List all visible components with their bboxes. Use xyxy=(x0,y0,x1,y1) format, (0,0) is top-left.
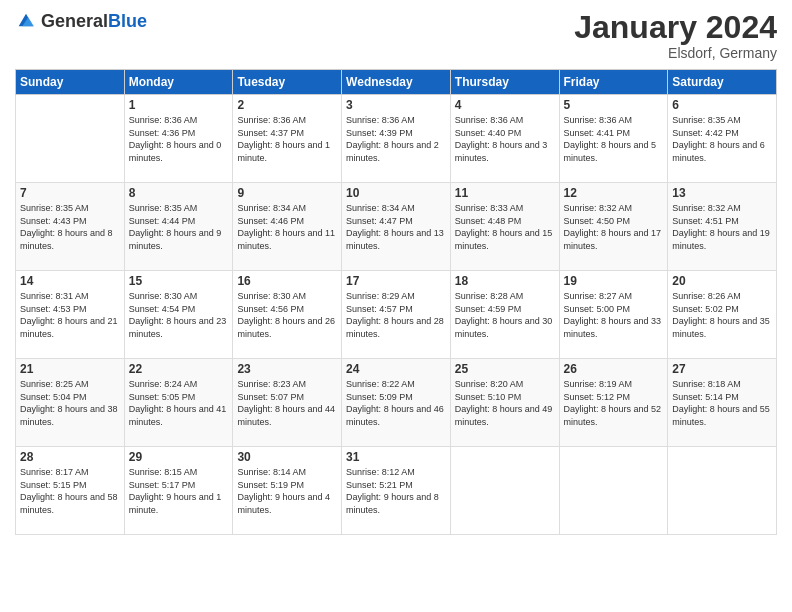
sunrise-time: Sunrise: 8:25 AM xyxy=(20,379,89,389)
daylight-hours: Daylight: 9 hours and 8 minutes. xyxy=(346,492,439,515)
day-info: Sunrise: 8:36 AM Sunset: 4:36 PM Dayligh… xyxy=(129,114,229,164)
logo-icon xyxy=(15,10,37,32)
daylight-hours: Daylight: 8 hours and 26 minutes. xyxy=(237,316,335,339)
day-number: 28 xyxy=(20,450,120,464)
daylight-hours: Daylight: 8 hours and 28 minutes. xyxy=(346,316,444,339)
sunrise-time: Sunrise: 8:36 AM xyxy=(455,115,524,125)
sunset-time: Sunset: 4:42 PM xyxy=(672,128,739,138)
table-row: 26 Sunrise: 8:19 AM Sunset: 5:12 PM Dayl… xyxy=(559,359,668,447)
day-info: Sunrise: 8:12 AM Sunset: 5:21 PM Dayligh… xyxy=(346,466,446,516)
sunrise-time: Sunrise: 8:32 AM xyxy=(564,203,633,213)
daylight-hours: Daylight: 9 hours and 4 minutes. xyxy=(237,492,330,515)
sunset-time: Sunset: 4:54 PM xyxy=(129,304,196,314)
sunrise-time: Sunrise: 8:30 AM xyxy=(129,291,198,301)
daylight-hours: Daylight: 8 hours and 3 minutes. xyxy=(455,140,548,163)
table-row: 16 Sunrise: 8:30 AM Sunset: 4:56 PM Dayl… xyxy=(233,271,342,359)
week-row-0: 1 Sunrise: 8:36 AM Sunset: 4:36 PM Dayli… xyxy=(16,95,777,183)
sunset-time: Sunset: 5:04 PM xyxy=(20,392,87,402)
table-row: 10 Sunrise: 8:34 AM Sunset: 4:47 PM Dayl… xyxy=(342,183,451,271)
day-number: 15 xyxy=(129,274,229,288)
sunset-time: Sunset: 4:51 PM xyxy=(672,216,739,226)
sunrise-time: Sunrise: 8:35 AM xyxy=(129,203,198,213)
day-info: Sunrise: 8:29 AM Sunset: 4:57 PM Dayligh… xyxy=(346,290,446,340)
table-row: 11 Sunrise: 8:33 AM Sunset: 4:48 PM Dayl… xyxy=(450,183,559,271)
sunset-time: Sunset: 4:43 PM xyxy=(20,216,87,226)
sunset-time: Sunset: 5:15 PM xyxy=(20,480,87,490)
table-row xyxy=(559,447,668,535)
table-row: 2 Sunrise: 8:36 AM Sunset: 4:37 PM Dayli… xyxy=(233,95,342,183)
daylight-hours: Daylight: 8 hours and 6 minutes. xyxy=(672,140,765,163)
logo-text-general: General xyxy=(41,11,108,31)
location: Elsdorf, Germany xyxy=(574,45,777,61)
sunset-time: Sunset: 5:02 PM xyxy=(672,304,739,314)
sunset-time: Sunset: 5:09 PM xyxy=(346,392,413,402)
sunrise-time: Sunrise: 8:17 AM xyxy=(20,467,89,477)
daylight-hours: Daylight: 8 hours and 49 minutes. xyxy=(455,404,553,427)
table-row: 15 Sunrise: 8:30 AM Sunset: 4:54 PM Dayl… xyxy=(124,271,233,359)
day-info: Sunrise: 8:34 AM Sunset: 4:46 PM Dayligh… xyxy=(237,202,337,252)
day-number: 5 xyxy=(564,98,664,112)
sunrise-time: Sunrise: 8:31 AM xyxy=(20,291,89,301)
day-info: Sunrise: 8:33 AM Sunset: 4:48 PM Dayligh… xyxy=(455,202,555,252)
table-row: 3 Sunrise: 8:36 AM Sunset: 4:39 PM Dayli… xyxy=(342,95,451,183)
logo: GeneralBlue xyxy=(15,10,147,32)
table-row: 31 Sunrise: 8:12 AM Sunset: 5:21 PM Dayl… xyxy=(342,447,451,535)
day-number: 9 xyxy=(237,186,337,200)
table-row: 27 Sunrise: 8:18 AM Sunset: 5:14 PM Dayl… xyxy=(668,359,777,447)
day-info: Sunrise: 8:36 AM Sunset: 4:41 PM Dayligh… xyxy=(564,114,664,164)
day-info: Sunrise: 8:36 AM Sunset: 4:39 PM Dayligh… xyxy=(346,114,446,164)
calendar-page: GeneralBlue January 2024 Elsdorf, German… xyxy=(0,0,792,612)
sunset-time: Sunset: 5:00 PM xyxy=(564,304,631,314)
calendar-header-row: Sunday Monday Tuesday Wednesday Thursday… xyxy=(16,70,777,95)
day-number: 31 xyxy=(346,450,446,464)
daylight-hours: Daylight: 8 hours and 15 minutes. xyxy=(455,228,553,251)
table-row: 8 Sunrise: 8:35 AM Sunset: 4:44 PM Dayli… xyxy=(124,183,233,271)
title-block: January 2024 Elsdorf, Germany xyxy=(574,10,777,61)
day-number: 1 xyxy=(129,98,229,112)
sunset-time: Sunset: 5:05 PM xyxy=(129,392,196,402)
sunrise-time: Sunrise: 8:14 AM xyxy=(237,467,306,477)
col-tuesday: Tuesday xyxy=(233,70,342,95)
day-number: 24 xyxy=(346,362,446,376)
day-info: Sunrise: 8:14 AM Sunset: 5:19 PM Dayligh… xyxy=(237,466,337,516)
day-number: 20 xyxy=(672,274,772,288)
day-info: Sunrise: 8:26 AM Sunset: 5:02 PM Dayligh… xyxy=(672,290,772,340)
day-number: 7 xyxy=(20,186,120,200)
table-row: 29 Sunrise: 8:15 AM Sunset: 5:17 PM Dayl… xyxy=(124,447,233,535)
table-row: 24 Sunrise: 8:22 AM Sunset: 5:09 PM Dayl… xyxy=(342,359,451,447)
day-number: 23 xyxy=(237,362,337,376)
sunrise-time: Sunrise: 8:35 AM xyxy=(672,115,741,125)
sunset-time: Sunset: 4:37 PM xyxy=(237,128,304,138)
month-title: January 2024 xyxy=(574,10,777,45)
daylight-hours: Daylight: 8 hours and 17 minutes. xyxy=(564,228,662,251)
day-number: 10 xyxy=(346,186,446,200)
daylight-hours: Daylight: 8 hours and 13 minutes. xyxy=(346,228,444,251)
table-row: 18 Sunrise: 8:28 AM Sunset: 4:59 PM Dayl… xyxy=(450,271,559,359)
daylight-hours: Daylight: 8 hours and 52 minutes. xyxy=(564,404,662,427)
day-info: Sunrise: 8:35 AM Sunset: 4:44 PM Dayligh… xyxy=(129,202,229,252)
day-number: 30 xyxy=(237,450,337,464)
sunset-time: Sunset: 4:57 PM xyxy=(346,304,413,314)
sunset-time: Sunset: 5:21 PM xyxy=(346,480,413,490)
daylight-hours: Daylight: 8 hours and 58 minutes. xyxy=(20,492,118,515)
day-info: Sunrise: 8:20 AM Sunset: 5:10 PM Dayligh… xyxy=(455,378,555,428)
day-number: 19 xyxy=(564,274,664,288)
sunset-time: Sunset: 5:17 PM xyxy=(129,480,196,490)
sunrise-time: Sunrise: 8:19 AM xyxy=(564,379,633,389)
daylight-hours: Daylight: 8 hours and 35 minutes. xyxy=(672,316,770,339)
sunrise-time: Sunrise: 8:28 AM xyxy=(455,291,524,301)
sunset-time: Sunset: 4:47 PM xyxy=(346,216,413,226)
col-friday: Friday xyxy=(559,70,668,95)
table-row: 9 Sunrise: 8:34 AM Sunset: 4:46 PM Dayli… xyxy=(233,183,342,271)
day-info: Sunrise: 8:32 AM Sunset: 4:50 PM Dayligh… xyxy=(564,202,664,252)
day-number: 6 xyxy=(672,98,772,112)
day-info: Sunrise: 8:17 AM Sunset: 5:15 PM Dayligh… xyxy=(20,466,120,516)
sunrise-time: Sunrise: 8:36 AM xyxy=(237,115,306,125)
table-row: 30 Sunrise: 8:14 AM Sunset: 5:19 PM Dayl… xyxy=(233,447,342,535)
sunset-time: Sunset: 5:14 PM xyxy=(672,392,739,402)
week-row-1: 7 Sunrise: 8:35 AM Sunset: 4:43 PM Dayli… xyxy=(16,183,777,271)
day-number: 8 xyxy=(129,186,229,200)
table-row: 28 Sunrise: 8:17 AM Sunset: 5:15 PM Dayl… xyxy=(16,447,125,535)
day-info: Sunrise: 8:25 AM Sunset: 5:04 PM Dayligh… xyxy=(20,378,120,428)
day-info: Sunrise: 8:24 AM Sunset: 5:05 PM Dayligh… xyxy=(129,378,229,428)
